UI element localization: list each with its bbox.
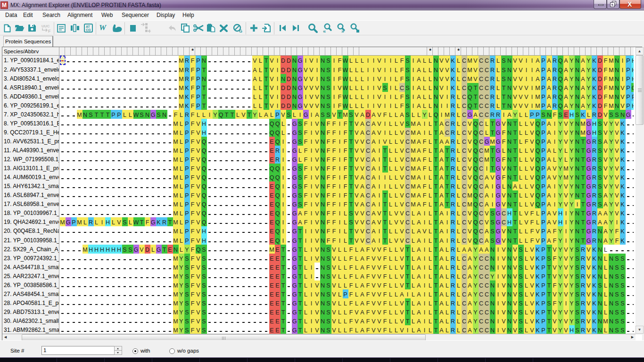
svg-text:»: » — [341, 28, 344, 33]
svg-text:AT: AT — [86, 25, 91, 28]
svg-text:G: G — [239, 29, 242, 33]
svg-text:F: F — [48, 29, 51, 33]
svg-text:«: « — [323, 28, 326, 33]
svg-text:CG: CG — [86, 28, 91, 32]
svg-text:UUC: UUC — [41, 24, 50, 28]
